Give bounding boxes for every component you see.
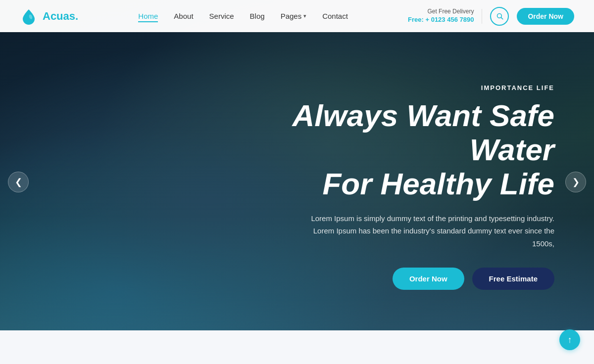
delivery-phone: Free: + 0123 456 7890 [408,16,474,24]
chevron-right-icon: ❯ [572,177,580,187]
nav-item-home[interactable]: Home [138,12,158,21]
search-button[interactable] [490,7,509,26]
chevron-left-icon: ❮ [15,177,22,187]
hero-order-button[interactable]: Order Now [393,268,464,290]
hero-tag: Importance Life [255,84,554,91]
hero-content: Importance Life Always Want Safe Water F… [226,0,594,364]
hero-title-line1: Always Want Safe Water [293,98,554,167]
svg-point-1 [497,14,501,18]
brand-logo[interactable]: Acuas. [20,7,78,25]
hero-buttons: Order Now Free Estimate [255,268,554,290]
arrow-up-icon: ↑ [568,335,572,345]
navbar: Acuas. Home About Service Blog Pages ▾ C… [0,0,594,32]
hero-estimate-button[interactable]: Free Estimate [472,268,554,290]
delivery-title: Get Free Delivery [408,8,474,16]
delivery-info: Get Free Delivery Free: + 0123 456 7890 [408,8,474,24]
nav-menu: Home About Service Blog Pages ▾ Contact [138,12,348,21]
nav-item-service[interactable]: Service [209,12,234,21]
nav-item-blog[interactable]: Blog [250,12,265,21]
svg-line-2 [501,18,503,19]
chevron-down-icon: ▾ [303,13,306,19]
slide-next-button[interactable]: ❯ [565,172,586,192]
slide-prev-button[interactable]: ❮ [8,172,29,192]
hero-title: Always Want Safe Water For Healthy Life [255,98,554,201]
nav-divider [482,9,482,24]
order-now-button[interactable]: Order Now [517,8,574,25]
hero-description: Lorem Ipsum is simply dummy text of the … [297,212,554,250]
scroll-to-top-button[interactable]: ↑ [559,329,580,350]
nav-item-contact[interactable]: Contact [322,12,348,21]
navbar-right: Get Free Delivery Free: + 0123 456 7890 … [408,7,574,26]
nav-item-pages[interactable]: Pages ▾ [281,12,307,20]
hero-section: Acuas. Home About Service Blog Pages ▾ C… [0,0,594,364]
search-icon [496,12,503,20]
water-drop-icon [20,7,38,25]
nav-item-about[interactable]: About [174,12,193,21]
hero-title-line2: For Healthy Life [322,167,554,201]
brand-name: Acuas. [43,10,78,23]
